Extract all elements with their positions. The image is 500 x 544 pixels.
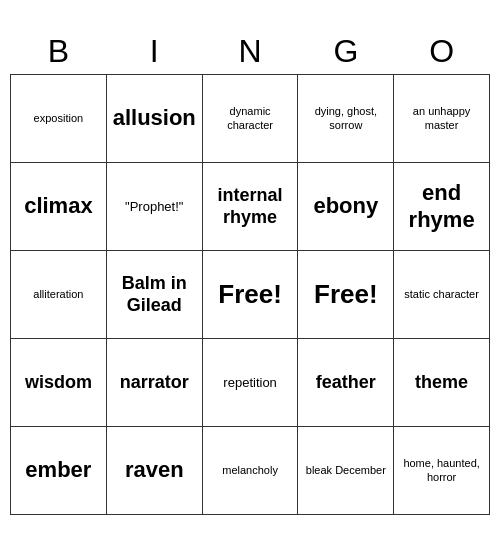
cell-text: dying, ghost, sorrow bbox=[302, 105, 389, 131]
bingo-cell: Free! bbox=[202, 251, 298, 339]
bingo-cell: climax bbox=[11, 163, 107, 251]
bingo-cell: theme bbox=[394, 339, 490, 427]
cell-text: feather bbox=[302, 372, 389, 394]
bingo-cell: alliteration bbox=[11, 251, 107, 339]
bingo-cell: exposition bbox=[11, 75, 107, 163]
bingo-cell: an unhappy master bbox=[394, 75, 490, 163]
cell-text: static character bbox=[398, 288, 485, 301]
cell-text: climax bbox=[15, 193, 102, 219]
bingo-cell: dynamic character bbox=[202, 75, 298, 163]
cell-text: allusion bbox=[111, 105, 198, 131]
bingo-row: expositionallusiondynamic characterdying… bbox=[11, 75, 490, 163]
bingo-row: climax"Prophet!"internal rhymeebonyend r… bbox=[11, 163, 490, 251]
cell-text: theme bbox=[398, 372, 485, 394]
bingo-cell: Balm in Gilead bbox=[106, 251, 202, 339]
header-letter: O bbox=[394, 29, 490, 75]
header-letter: N bbox=[202, 29, 298, 75]
bingo-cell: "Prophet!" bbox=[106, 163, 202, 251]
bingo-cell: feather bbox=[298, 339, 394, 427]
cell-text: bleak December bbox=[302, 464, 389, 477]
cell-text: melancholy bbox=[207, 464, 294, 477]
cell-text: internal rhyme bbox=[207, 185, 294, 228]
cell-text: dynamic character bbox=[207, 105, 294, 131]
bingo-cell: end rhyme bbox=[394, 163, 490, 251]
bingo-cell: bleak December bbox=[298, 427, 394, 515]
cell-text: narrator bbox=[111, 372, 198, 394]
cell-text: wisdom bbox=[15, 372, 102, 394]
cell-text: home, haunted, horror bbox=[398, 457, 485, 483]
cell-text: Balm in Gilead bbox=[111, 273, 198, 316]
cell-text: exposition bbox=[15, 112, 102, 125]
header-letter: I bbox=[106, 29, 202, 75]
cell-text: an unhappy master bbox=[398, 105, 485, 131]
cell-text: ebony bbox=[302, 193, 389, 219]
cell-text: end rhyme bbox=[398, 180, 485, 233]
bingo-row: wisdomnarratorrepetitionfeathertheme bbox=[11, 339, 490, 427]
cell-text: Free! bbox=[207, 279, 294, 310]
bingo-row: alliterationBalm in GileadFree!Free!stat… bbox=[11, 251, 490, 339]
bingo-cell: Free! bbox=[298, 251, 394, 339]
bingo-cell: ember bbox=[11, 427, 107, 515]
bingo-cell: raven bbox=[106, 427, 202, 515]
bingo-header: BINGO bbox=[11, 29, 490, 75]
cell-text: repetition bbox=[207, 375, 294, 391]
bingo-cell: allusion bbox=[106, 75, 202, 163]
header-letter: B bbox=[11, 29, 107, 75]
bingo-cell: melancholy bbox=[202, 427, 298, 515]
bingo-row: emberravenmelancholybleak Decemberhome, … bbox=[11, 427, 490, 515]
bingo-cell: repetition bbox=[202, 339, 298, 427]
cell-text: Free! bbox=[302, 279, 389, 310]
bingo-card: BINGO expositionallusiondynamic characte… bbox=[10, 29, 490, 515]
bingo-cell: internal rhyme bbox=[202, 163, 298, 251]
cell-text: raven bbox=[111, 457, 198, 483]
cell-text: "Prophet!" bbox=[111, 199, 198, 215]
bingo-cell: home, haunted, horror bbox=[394, 427, 490, 515]
header-letter: G bbox=[298, 29, 394, 75]
cell-text: alliteration bbox=[15, 288, 102, 301]
bingo-cell: ebony bbox=[298, 163, 394, 251]
bingo-cell: dying, ghost, sorrow bbox=[298, 75, 394, 163]
cell-text: ember bbox=[15, 457, 102, 483]
bingo-cell: static character bbox=[394, 251, 490, 339]
bingo-cell: wisdom bbox=[11, 339, 107, 427]
bingo-cell: narrator bbox=[106, 339, 202, 427]
